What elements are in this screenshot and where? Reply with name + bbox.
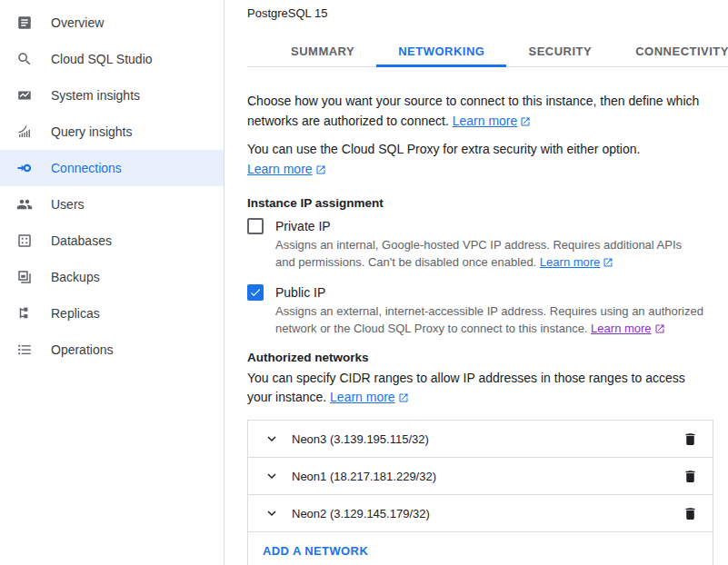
network-label: Neon3 (3.139.195.115/32) bbox=[292, 432, 683, 446]
sidebar-item-label: Replicas bbox=[51, 306, 100, 321]
learn-more-link[interactable]: Learn more bbox=[330, 390, 409, 404]
operations-icon bbox=[16, 342, 33, 358]
instance-version-label: PostgreSQL 15 bbox=[247, 0, 728, 20]
sidebar-item-label: Users bbox=[51, 197, 85, 212]
tab-networking[interactable]: NETWORKING bbox=[376, 39, 506, 66]
sidebar-item-overview[interactable]: Overview bbox=[0, 5, 224, 41]
chevron-down-icon[interactable] bbox=[264, 431, 280, 447]
intro-paragraph: Choose how you want your source to conne… bbox=[247, 91, 706, 131]
delete-network-icon[interactable] bbox=[683, 506, 698, 521]
network-row: Neon2 (3.129.145.179/32) bbox=[248, 495, 713, 532]
ip-assignment-heading: Instance IP assignment bbox=[247, 196, 728, 210]
tab-bar: SUMMARY NETWORKING SECURITY CONNECTIVITY… bbox=[247, 39, 728, 67]
public-ip-label: Public IP bbox=[275, 284, 325, 301]
authorized-networks-heading: Authorized networks bbox=[247, 351, 728, 364]
public-ip-checkbox[interactable] bbox=[247, 284, 264, 301]
add-network-button[interactable]: ADD A NETWORK bbox=[248, 544, 368, 558]
sidebar-item-label: Backups bbox=[51, 270, 100, 284]
cloud-sql-connections-page: Overview Cloud SQL Studio System insight… bbox=[0, 0, 728, 565]
sidebar-item-databases[interactable]: Databases bbox=[0, 223, 224, 259]
sidebar-item-label: Connections bbox=[51, 161, 122, 175]
sidebar-item-label: Overview bbox=[51, 15, 104, 30]
delete-network-icon[interactable] bbox=[683, 469, 698, 484]
system-insights-icon bbox=[16, 87, 33, 104]
open-in-new-icon bbox=[654, 323, 665, 334]
users-icon bbox=[16, 196, 33, 213]
sidebar-item-connections[interactable]: Connections bbox=[0, 150, 224, 186]
learn-more-link[interactable]: Learn more bbox=[540, 255, 613, 269]
backups-icon bbox=[16, 269, 33, 285]
network-row: Neon3 (3.139.195.115/32) bbox=[248, 421, 713, 458]
sidebar: Overview Cloud SQL Studio System insight… bbox=[0, 0, 224, 565]
private-ip-checkbox[interactable] bbox=[247, 218, 264, 234]
sidebar-item-operations[interactable]: Operations bbox=[0, 332, 224, 368]
open-in-new-icon bbox=[603, 257, 613, 268]
authorized-networks-description: You can specify CIDR ranges to allow IP … bbox=[247, 369, 706, 407]
open-in-new-icon bbox=[520, 116, 531, 127]
proxy-text: You can use the Cloud SQL Proxy for extr… bbox=[247, 142, 640, 156]
private-ip-option: Private IP Assigns an internal, Google-h… bbox=[247, 218, 728, 271]
private-ip-label: Private IP bbox=[275, 218, 331, 234]
query-insights-icon bbox=[16, 124, 33, 140]
chevron-down-icon[interactable] bbox=[264, 468, 280, 484]
learn-more-link[interactable]: Learn more bbox=[453, 114, 532, 128]
sidebar-item-replicas[interactable]: Replicas bbox=[0, 295, 224, 332]
network-row: Neon1 (18.217.181.229/32) bbox=[248, 458, 713, 495]
open-in-new-icon bbox=[398, 392, 409, 403]
replicas-icon bbox=[16, 305, 33, 322]
private-ip-description: Assigns an internal, Google-hosted VPC I… bbox=[275, 237, 704, 271]
public-ip-option: Public IP Assigns an external, internet-… bbox=[247, 284, 728, 337]
learn-more-link[interactable]: Learn more bbox=[591, 322, 664, 335]
sidebar-item-backups[interactable]: Backups bbox=[0, 259, 224, 295]
network-label: Neon1 (18.217.181.229/32) bbox=[292, 470, 683, 483]
sidebar-item-label: Operations bbox=[51, 342, 113, 357]
sidebar-item-label: Databases bbox=[51, 233, 112, 248]
network-label: Neon2 (3.129.145.179/32) bbox=[292, 507, 683, 520]
sidebar-item-cloud-sql-studio[interactable]: Cloud SQL Studio bbox=[0, 41, 224, 77]
connections-icon bbox=[16, 160, 33, 176]
sidebar-item-query-insights[interactable]: Query insights bbox=[0, 114, 224, 150]
chevron-down-icon[interactable] bbox=[264, 505, 280, 521]
sidebar-item-users[interactable]: Users bbox=[0, 186, 224, 223]
sidebar-item-label: Query insights bbox=[51, 124, 132, 139]
tab-connectivity-tests[interactable]: CONNECTIVITY TESTS bbox=[613, 39, 728, 66]
authorized-networks-table: Neon3 (3.139.195.115/32) Neon1 (18.217.1… bbox=[247, 420, 713, 565]
sidebar-item-label: Cloud SQL Studio bbox=[51, 52, 153, 66]
search-icon bbox=[16, 51, 33, 67]
open-in-new-icon bbox=[315, 164, 326, 175]
tab-summary[interactable]: SUMMARY bbox=[269, 39, 376, 66]
sidebar-item-system-insights[interactable]: System insights bbox=[0, 77, 224, 114]
sidebar-item-label: System insights bbox=[51, 88, 140, 103]
delete-network-icon[interactable] bbox=[683, 431, 698, 447]
add-network-row: ADD A NETWORK bbox=[248, 532, 713, 565]
public-ip-description: Assigns an external, internet-accessible… bbox=[275, 303, 704, 337]
main-content: PostgreSQL 15 SUMMARY NETWORKING SECURIT… bbox=[225, 0, 728, 565]
proxy-paragraph: You can use the Cloud SQL Proxy for extr… bbox=[247, 139, 706, 179]
overview-icon bbox=[16, 15, 33, 31]
tab-security[interactable]: SECURITY bbox=[506, 39, 613, 66]
databases-icon bbox=[16, 233, 33, 249]
learn-more-link[interactable]: Learn more bbox=[247, 162, 326, 176]
